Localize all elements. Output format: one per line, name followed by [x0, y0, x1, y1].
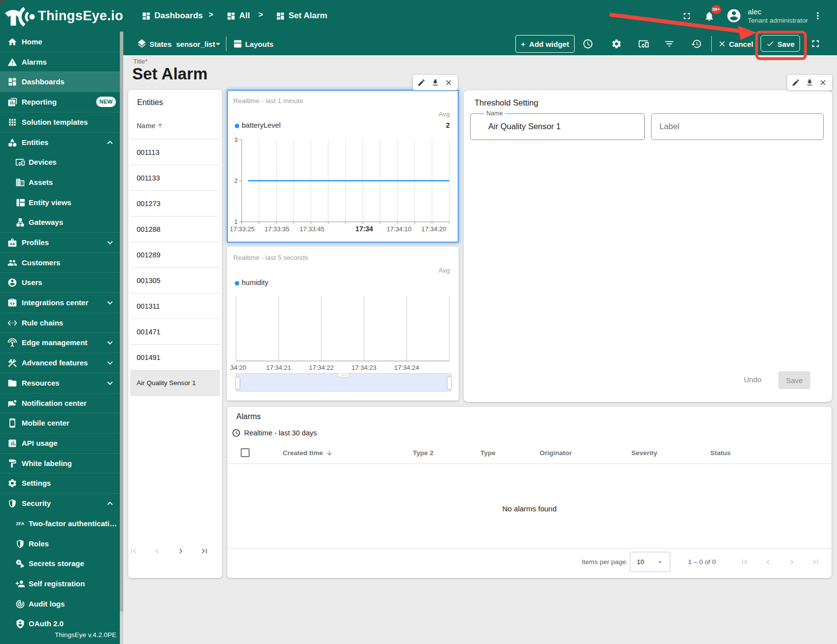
- svg-text:17:34:23: 17:34:23: [352, 364, 377, 371]
- svg-text:2: 2: [234, 177, 238, 184]
- svg-text:3: 3: [234, 136, 238, 143]
- svg-text:17:34:20: 17:34:20: [421, 225, 446, 233]
- svg-text:17:34:22: 17:34:22: [309, 364, 334, 371]
- svg-text:17:34:24: 17:34:24: [394, 364, 419, 371]
- svg-text:1: 1: [234, 218, 238, 225]
- svg-text:17:33:25: 17:33:25: [230, 225, 255, 233]
- svg-text:17:34: 17:34: [356, 225, 373, 233]
- svg-text:17:33:45: 17:33:45: [299, 225, 325, 233]
- svg-text:17:33:35: 17:33:35: [264, 225, 290, 233]
- svg-text:17:34:21: 17:34:21: [266, 364, 291, 371]
- svg-text:17:34:10: 17:34:10: [387, 225, 412, 233]
- svg-text:34:20: 34:20: [230, 364, 247, 371]
